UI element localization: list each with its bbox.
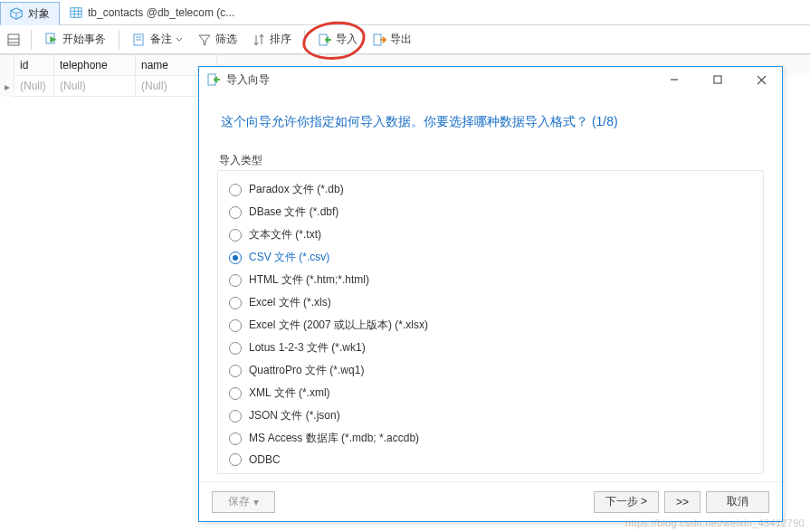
import-type-options: Paradox 文件 (*.db)DBase 文件 (*.dbf)文本文件 (*… (217, 170, 764, 474)
radio-icon (229, 297, 242, 309)
dialog-titlebar[interactable]: 导入向导 (199, 67, 782, 92)
next-button-label: 下一步 > (605, 494, 647, 509)
svg-marker-17 (199, 35, 210, 45)
import-label: 导入 (336, 32, 357, 47)
import-type-option[interactable]: CSV 文件 (*.csv) (227, 246, 754, 269)
radio-icon (229, 342, 242, 355)
import-type-option[interactable]: JSON 文件 (*.json) (227, 404, 754, 427)
cancel-button-label: 取消 (727, 494, 748, 509)
radio-icon (229, 252, 242, 264)
play-doc-icon (44, 33, 59, 47)
import-type-option[interactable]: MS Access 数据库 (*.mdb; *.accdb) (227, 427, 754, 450)
svg-rect-4 (71, 8, 81, 18)
import-icon (206, 72, 221, 87)
chevron-down-icon (176, 36, 183, 43)
svg-rect-22 (374, 34, 381, 45)
grid-gutter-head (0, 55, 14, 76)
table-icon (70, 6, 82, 19)
import-type-option[interactable]: ODBC (227, 450, 754, 470)
begin-transaction-button[interactable]: 开始事务 (39, 29, 111, 50)
col-id[interactable]: id (14, 55, 54, 76)
dialog-heading: 这个向导允许你指定如何导入数据。你要选择哪种数据导入格式？ (1/8) (217, 92, 764, 153)
toolbar-grid-view-button[interactable] (4, 30, 24, 50)
radio-icon (229, 319, 242, 332)
sort-button[interactable]: 排序 (246, 29, 297, 50)
tab-objects-label: 对象 (28, 6, 50, 22)
maximize-button[interactable] (699, 68, 737, 91)
option-label: XML 文件 (*.xml) (249, 385, 330, 401)
option-label: HTML 文件 (*.htm;*.html) (249, 272, 369, 288)
cell[interactable]: (Null) (54, 76, 136, 97)
option-label: Paradox 文件 (*.db) (249, 182, 344, 197)
minimize-button[interactable] (655, 68, 693, 91)
cube-icon (10, 7, 23, 20)
import-type-option[interactable]: QuattroPro 文件 (*.wq1) (227, 359, 754, 382)
import-wizard-dialog: 导入向导 这个向导允许你指定如何导入数据。你要选择哪种数据导入格式？ (1/8)… (198, 66, 783, 522)
next-button[interactable]: 下一步 > (594, 491, 659, 513)
skip-button[interactable]: >> (664, 491, 700, 513)
export-label: 导出 (390, 32, 412, 47)
option-label: DBase 文件 (*.dbf) (249, 204, 338, 220)
col-telephone[interactable]: telephone (54, 55, 136, 76)
import-icon (318, 33, 332, 47)
sort-icon (252, 33, 266, 47)
option-label: ODBC (249, 453, 281, 466)
radio-icon (229, 410, 242, 423)
close-button[interactable] (742, 68, 780, 91)
dialog-footer: 保存 ▾ 下一步 > >> 取消 (199, 481, 782, 521)
toolbar-separator (31, 30, 32, 50)
radio-icon (229, 229, 242, 242)
option-label: 文本文件 (*.txt) (249, 227, 321, 242)
dialog-title: 导入向导 (226, 72, 650, 88)
maximize-icon (713, 75, 722, 84)
begin-transaction-label: 开始事务 (62, 32, 106, 47)
tab-table-label: tb_contacts @db_telecom (c... (88, 6, 234, 19)
memo-label: 备注 (150, 32, 172, 47)
tab-objects[interactable]: 对象 (0, 2, 60, 25)
close-icon (757, 75, 767, 85)
option-label: Excel 文件 (*.xls) (249, 295, 331, 310)
option-label: MS Access 数据库 (*.mdb; *.accdb) (249, 431, 419, 446)
import-type-label: 导入类型 (219, 153, 764, 168)
skip-button-label: >> (676, 496, 689, 508)
import-type-option[interactable]: Lotus 1-2-3 文件 (*.wk1) (227, 337, 754, 359)
sort-label: 排序 (270, 32, 291, 47)
option-label: JSON 文件 (*.json) (249, 408, 340, 423)
export-icon (372, 33, 386, 47)
radio-icon (229, 274, 242, 287)
filter-button[interactable]: 筛选 (192, 29, 243, 50)
import-type-option[interactable]: Excel 文件 (*.xls) (227, 291, 754, 314)
import-button[interactable]: 导入 (312, 29, 363, 50)
svg-rect-31 (714, 76, 721, 83)
radio-icon (229, 184, 242, 196)
memo-button[interactable]: 备注 (127, 29, 188, 50)
grid-icon (6, 33, 21, 47)
dialog-body: 这个向导允许你指定如何导入数据。你要选择哪种数据导入格式？ (1/8) 导入类型… (199, 92, 782, 481)
import-type-option[interactable]: Excel 文件 (2007 或以上版本) (*.xlsx) (227, 314, 754, 337)
radio-icon (229, 453, 242, 466)
export-button[interactable]: 导出 (367, 29, 417, 50)
option-label: CSV 文件 (*.csv) (249, 250, 329, 265)
import-type-option[interactable]: HTML 文件 (*.htm;*.html) (227, 269, 754, 291)
toolbar-separator (119, 30, 119, 50)
import-type-option[interactable]: Paradox 文件 (*.db) (227, 178, 754, 201)
cancel-button[interactable]: 取消 (706, 491, 769, 513)
radio-icon (229, 206, 242, 219)
svg-line-1 (11, 11, 16, 14)
import-type-option[interactable]: 文本文件 (*.txt) (227, 223, 754, 246)
svg-marker-13 (50, 36, 56, 43)
tab-table[interactable]: tb_contacts @db_telecom (c... (60, 1, 244, 24)
option-label: Excel 文件 (2007 或以上版本) (*.xlsx) (249, 318, 428, 333)
radio-icon (229, 432, 242, 445)
import-type-option[interactable]: XML 文件 (*.xml) (227, 382, 754, 404)
cell[interactable]: (Null) (14, 76, 54, 97)
toolbar: 开始事务 备注 筛选 排序 导入 导出 (0, 25, 810, 54)
save-button: 保存 ▾ (212, 491, 275, 513)
radio-icon (229, 365, 242, 377)
row-indicator-icon: ▸ (0, 76, 14, 97)
import-type-option[interactable]: DBase 文件 (*.dbf) (227, 201, 754, 223)
svg-rect-9 (8, 34, 19, 45)
tabstrip: 对象 tb_contacts @db_telecom (c... (0, 0, 810, 25)
toolbar-separator (304, 30, 305, 50)
option-label: QuattroPro 文件 (*.wq1) (249, 363, 364, 378)
